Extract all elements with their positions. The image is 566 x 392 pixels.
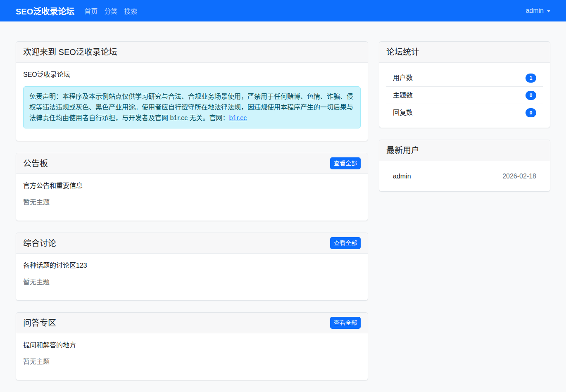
nav-links: 首页 分类 搜索: [81, 6, 140, 16]
category-card-header: 综合讨论 查看全部: [16, 233, 368, 254]
welcome-card-header: 欢迎来到 SEO泛收录论坛: [16, 42, 368, 63]
brand-link[interactable]: SEO泛收录论坛: [16, 5, 74, 17]
latest-users-list: admin 2026-02-18: [386, 168, 543, 185]
no-topics-text: 暂无主题: [23, 356, 361, 367]
forum-stats-list: 用户数 1 主题数 0 回复数 0: [386, 69, 543, 121]
official-site-link[interactable]: b1r.cc: [229, 114, 247, 121]
view-all-button[interactable]: 查看全部: [330, 157, 361, 169]
nav-link-search[interactable]: 搜索: [121, 6, 140, 16]
stat-label: 用户数: [393, 73, 413, 83]
navbar-container: SEO泛收录论坛 首页 分类 搜索 admin: [16, 0, 550, 21]
welcome-card-body: SEO泛收录论坛 免责声明：本程序及本示例站点仅供学习研究与合法、合规业务场景使…: [16, 63, 368, 141]
stat-badge: 0: [526, 108, 536, 117]
latest-users-card: 最新用户 admin 2026-02-18: [379, 140, 550, 192]
category-title: 问答专区: [23, 318, 56, 328]
category-card-qa: 问答专区 查看全部 提问和解答的地方 暂无主题: [16, 312, 368, 380]
view-all-button[interactable]: 查看全部: [330, 317, 361, 329]
user-dropdown-label: admin: [526, 7, 544, 14]
stat-label: 主题数: [393, 90, 413, 100]
stat-badge: 0: [526, 91, 536, 100]
user-dropdown[interactable]: admin: [526, 7, 550, 14]
latest-users-title: 最新用户: [386, 145, 419, 156]
forum-stats-card: 论坛统计 用户数 1 主题数 0 回复数 0: [379, 41, 550, 128]
no-topics-text: 暂无主题: [23, 277, 361, 287]
category-card-header: 问答专区 查看全部: [16, 313, 368, 333]
category-title: 公告板: [23, 158, 48, 169]
main-column: 欢迎来到 SEO泛收录论坛 SEO泛收录论坛 免责声明：本程序及本示例站点仅供学…: [16, 41, 368, 392]
stat-row-replies: 回复数 0: [386, 104, 543, 121]
nav-link-categories[interactable]: 分类: [101, 6, 121, 16]
category-description: 各种话题的讨论区123: [23, 260, 361, 271]
category-card-announcements: 公告板 查看全部 官方公告和重要信息 暂无主题: [16, 153, 368, 221]
forum-stats-title: 论坛统计: [386, 47, 419, 57]
nav-link-home[interactable]: 首页: [81, 6, 101, 16]
no-topics-text: 暂无主题: [23, 197, 361, 207]
category-description: 提问和解答的地方: [23, 340, 361, 350]
latest-user-row: admin 2026-02-18: [386, 168, 543, 185]
page-container: 欢迎来到 SEO泛收录论坛 SEO泛收录论坛 免责声明：本程序及本示例站点仅供学…: [16, 41, 550, 392]
view-all-button[interactable]: 查看全部: [330, 237, 361, 249]
welcome-body-text: SEO泛收录论坛: [23, 69, 361, 80]
chevron-down-icon: [547, 10, 550, 12]
stat-row-users: 用户数 1: [386, 69, 543, 87]
forum-stats-header: 论坛统计: [379, 42, 550, 63]
top-navbar: SEO泛收录论坛 首页 分类 搜索 admin: [0, 0, 566, 21]
disclaimer-text: 免责声明：本程序及本示例站点仅供学习研究与合法、合规业务场景使用，严禁用于任何赌…: [29, 93, 353, 121]
latest-users-header: 最新用户: [379, 140, 550, 161]
forum-stats-body: 用户数 1 主题数 0 回复数 0: [379, 63, 550, 128]
latest-user-name: admin: [393, 171, 411, 181]
category-card-general: 综合讨论 查看全部 各种话题的讨论区123 暂无主题: [16, 233, 368, 301]
welcome-card: 欢迎来到 SEO泛收录论坛 SEO泛收录论坛 免责声明：本程序及本示例站点仅供学…: [16, 41, 368, 141]
stat-label: 回复数: [393, 107, 413, 118]
disclaimer-alert: 免责声明：本程序及本示例站点仅供学习研究与合法、合规业务场景使用，严禁用于任何赌…: [23, 86, 361, 128]
category-card-header: 公告板 查看全部: [16, 153, 368, 174]
latest-user-date: 2026-02-18: [502, 171, 536, 181]
category-description: 官方公告和重要信息: [23, 181, 361, 191]
stat-badge: 1: [526, 74, 536, 83]
stat-row-topics: 主题数 0: [386, 87, 543, 104]
welcome-title: 欢迎来到 SEO泛收录论坛: [23, 47, 117, 57]
sidebar-column: 论坛统计 用户数 1 主题数 0 回复数 0: [379, 41, 550, 203]
category-title: 综合讨论: [23, 238, 56, 249]
latest-users-body: admin 2026-02-18: [379, 161, 550, 191]
category-card-body: 提问和解答的地方 暂无主题: [16, 333, 368, 380]
category-card-body: 各种话题的讨论区123 暂无主题: [16, 254, 368, 300]
category-card-body: 官方公告和重要信息 暂无主题: [16, 174, 368, 221]
